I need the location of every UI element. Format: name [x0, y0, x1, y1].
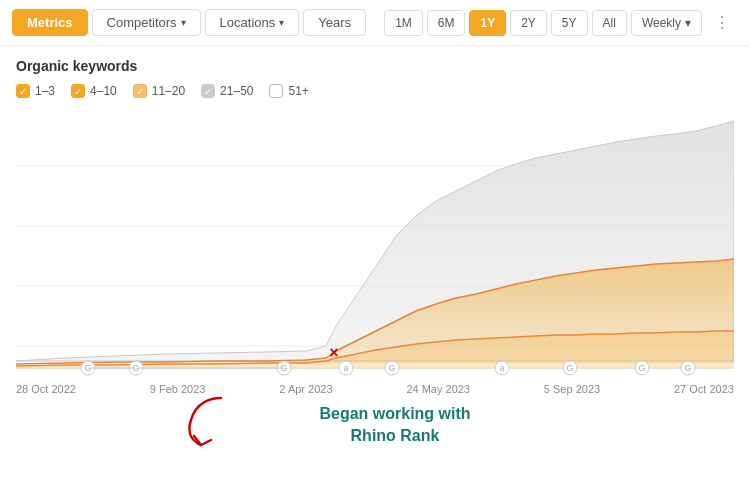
toolbar-right: 1M 6M 1Y 2Y 5Y All Weekly ▾ ⋮: [384, 8, 738, 37]
svg-text:a: a: [343, 363, 348, 373]
toolbar: Metrics Competitors ▾ Locations ▾ Years …: [0, 0, 750, 46]
legend-item-21-50: ✓ 21–50: [201, 84, 253, 98]
content-area: Organic keywords ✓ 1–3 ✓ 4–10 ✓ 11–20 ✓ …: [0, 46, 750, 470]
annotation-area: Began working with Rhino Rank: [16, 380, 734, 470]
chevron-down-icon: ▾: [685, 16, 691, 30]
svg-text:G: G: [388, 363, 395, 373]
legend: ✓ 1–3 ✓ 4–10 ✓ 11–20 ✓ 21–50 51+: [16, 84, 734, 98]
svg-text:G: G: [566, 363, 573, 373]
section-title: Organic keywords: [16, 58, 734, 74]
svg-text:G: G: [638, 363, 645, 373]
toolbar-left: Metrics Competitors ▾ Locations ▾ Years: [12, 9, 366, 36]
annotation-line2: Rhino Rank: [351, 427, 440, 444]
more-options-button[interactable]: ⋮: [706, 8, 738, 37]
svg-text:G: G: [684, 363, 691, 373]
checkbox-11-20[interactable]: ✓: [133, 84, 147, 98]
legend-item-1-3: ✓ 1–3: [16, 84, 55, 98]
checkbox-4-10[interactable]: ✓: [71, 84, 85, 98]
tab-competitors[interactable]: Competitors ▾: [92, 9, 201, 36]
legend-item-51plus: 51+: [269, 84, 308, 98]
time-all-button[interactable]: All: [592, 10, 627, 36]
legend-item-11-20: ✓ 11–20: [133, 84, 185, 98]
x-marker: ×: [329, 344, 338, 361]
time-5y-button[interactable]: 5Y: [551, 10, 588, 36]
checkbox-51plus[interactable]: [269, 84, 283, 98]
chevron-down-icon: ▾: [279, 17, 284, 28]
legend-item-4-10: ✓ 4–10: [71, 84, 117, 98]
annotation-text: Began working with Rhino Rank: [319, 403, 470, 448]
tab-metrics[interactable]: Metrics: [12, 9, 88, 36]
time-2y-button[interactable]: 2Y: [510, 10, 547, 36]
chevron-down-icon: ▾: [181, 17, 186, 28]
svg-text:a: a: [499, 363, 504, 373]
checkbox-21-50[interactable]: ✓: [201, 84, 215, 98]
chart-area: G G G a G a G G G: [16, 106, 734, 376]
checkbox-1-3[interactable]: ✓: [16, 84, 30, 98]
time-6m-button[interactable]: 6M: [427, 10, 466, 36]
tab-years[interactable]: Years: [303, 9, 366, 36]
annotation-line1: Began working with: [319, 405, 470, 422]
interval-button[interactable]: Weekly ▾: [631, 10, 702, 36]
annotation-arrow: [176, 390, 236, 450]
tab-locations[interactable]: Locations ▾: [205, 9, 300, 36]
time-1y-button[interactable]: 1Y: [469, 10, 506, 36]
time-1m-button[interactable]: 1M: [384, 10, 423, 36]
